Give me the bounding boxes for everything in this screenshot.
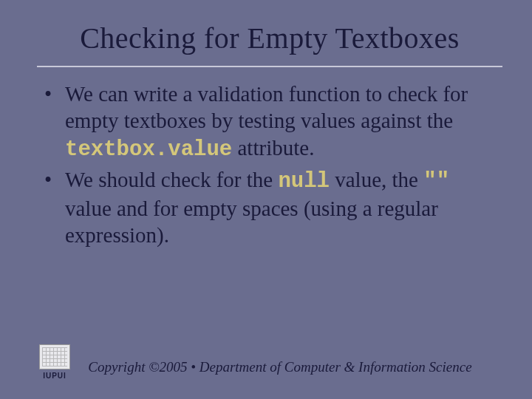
bullet-item: We can write a validation function to ch… — [44, 81, 499, 163]
bullet-text: We should check for the — [65, 168, 278, 191]
code-text: textbox.value — [65, 137, 232, 162]
slide-title: Checking for Empty Textboxes — [37, 21, 502, 55]
bullet-text: value, the — [330, 168, 423, 191]
code-text: null — [278, 169, 330, 194]
bullet-item: We should check for the null value, the … — [44, 166, 499, 249]
iupui-logo: IUPUI — [37, 344, 72, 380]
bullet-text: attribute. — [232, 136, 314, 160]
bullet-text: value and for empty spaces (using a regu… — [65, 197, 438, 247]
bullet-text: We can write a validation function to ch… — [65, 82, 468, 132]
logo-text: IUPUI — [43, 372, 66, 380]
slide-content: We can write a validation function to ch… — [37, 81, 502, 344]
divider — [37, 66, 502, 67]
footer: IUPUI Copyright ©2005 • Department of Co… — [37, 344, 502, 384]
building-icon — [39, 344, 70, 369]
code-text: "" — [423, 169, 449, 194]
copyright-text: Copyright ©2005 • Department of Computer… — [87, 359, 502, 380]
slide: Checking for Empty Textboxes We can writ… — [0, 0, 532, 399]
